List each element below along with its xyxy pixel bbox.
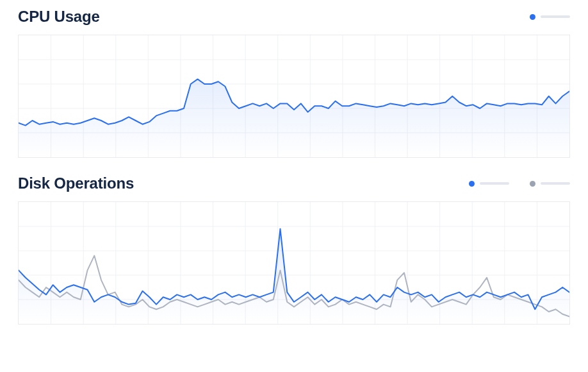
legend-line-icon xyxy=(480,182,509,185)
legend-dot-icon xyxy=(530,181,535,187)
legend-line-icon xyxy=(541,182,570,185)
panel-header: Disk Operations xyxy=(18,174,570,192)
cpu-usage-panel: CPU Usage xyxy=(0,0,588,158)
cpu-chart-area[interactable] xyxy=(18,35,570,158)
legend-dot-icon xyxy=(530,14,535,20)
legend-item-blue[interactable] xyxy=(530,14,570,20)
legend-dot-icon xyxy=(469,181,475,187)
legend-line-icon xyxy=(541,15,570,18)
disk-chart-area[interactable] xyxy=(18,201,570,325)
disk-operations-panel: Disk Operations xyxy=(0,158,588,325)
disk-plot xyxy=(19,202,569,324)
panel-header: CPU Usage xyxy=(18,8,570,26)
cpu-legend xyxy=(530,14,570,20)
legend-item-grey[interactable] xyxy=(530,181,570,187)
disk-legend xyxy=(469,181,570,187)
cpu-plot xyxy=(19,35,569,157)
legend-item-blue[interactable] xyxy=(469,181,509,187)
cpu-title: CPU Usage xyxy=(18,8,100,26)
disk-title: Disk Operations xyxy=(18,174,134,192)
